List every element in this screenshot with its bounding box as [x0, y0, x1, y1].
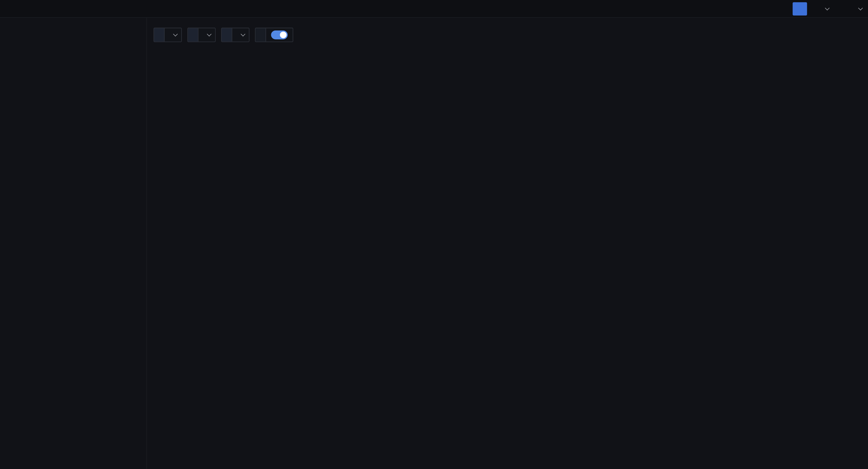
- service-name-label: [222, 28, 232, 42]
- time-range-picker[interactable]: [815, 7, 828, 10]
- pmm-annotations-label: [255, 28, 265, 42]
- dashboard-controls: [154, 28, 862, 42]
- service-name-select[interactable]: [232, 28, 249, 42]
- toggle-knob: [280, 31, 286, 38]
- service-name-variable: [221, 28, 250, 42]
- pmm-annotations-toggle-wrap: [266, 28, 293, 42]
- grafana-dashboard: [0, 0, 868, 469]
- cluster-variable: [187, 28, 216, 42]
- cluster-select[interactable]: [198, 28, 215, 42]
- chart-row-3: [154, 419, 862, 469]
- interval-variable: [154, 28, 182, 42]
- cluster-label: [188, 28, 198, 42]
- interval-label: [154, 28, 164, 42]
- chart-row-1: [154, 124, 862, 265]
- interval-select[interactable]: [164, 28, 181, 42]
- main-content: [147, 18, 868, 469]
- refresh-interval-picker[interactable]: [851, 7, 861, 10]
- share-button[interactable]: [793, 2, 807, 15]
- stat-panels-row: [154, 69, 862, 118]
- chart-row-2: [154, 272, 862, 412]
- top-bar: [0, 0, 868, 18]
- pmm-annotations-toggle[interactable]: [271, 31, 288, 39]
- nav-sidebar: [0, 18, 147, 469]
- pmm-annotations-control: [255, 28, 293, 42]
- dashboard-links: [154, 49, 862, 63]
